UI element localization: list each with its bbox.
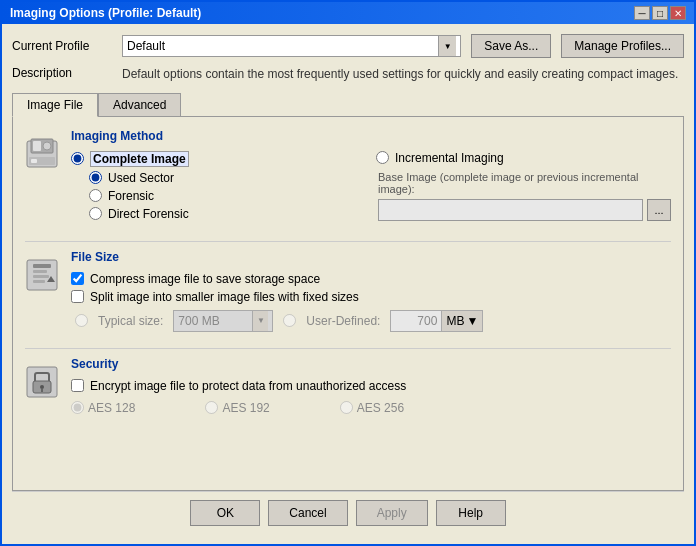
base-image-label: Base Image (complete image or previous i… <box>378 171 671 195</box>
security-layout: Security Encrypt image file to protect d… <box>25 357 671 415</box>
window-body: Current Profile Default ▼ Save As... Man… <box>2 24 694 544</box>
complete-image-label: Complete Image <box>90 151 189 167</box>
typical-size-dropdown: 700 MB ▼ <box>173 310 273 332</box>
imaging-method-section: Imaging Method Complete Image <box>25 129 671 225</box>
base-image-input[interactable] <box>378 199 643 221</box>
svg-rect-8 <box>33 270 47 273</box>
help-button[interactable]: Help <box>436 500 506 526</box>
complete-image-radio[interactable] <box>71 152 84 165</box>
imaging-icon-area <box>25 129 63 225</box>
tab-content-image-file: Imaging Method Complete Image <box>12 116 684 491</box>
svg-rect-5 <box>31 159 37 163</box>
apply-button[interactable]: Apply <box>356 500 428 526</box>
window-title: Imaging Options (Profile: Default) <box>10 6 201 20</box>
manage-profiles-button[interactable]: Manage Profiles... <box>561 34 684 58</box>
compress-icon <box>25 258 59 295</box>
imaging-method-title: Imaging Method <box>71 129 671 143</box>
typical-size-radio <box>75 314 88 327</box>
compress-label: Compress image file to save storage spac… <box>90 272 320 286</box>
user-defined-input-group: MB ▼ <box>390 310 483 332</box>
unit-dropdown: MB ▼ <box>441 311 482 331</box>
used-sector-radio[interactable] <box>89 171 102 184</box>
typical-size-value: 700 MB <box>178 314 219 328</box>
dialog-footer: OK Cancel Apply Help <box>12 491 684 534</box>
imaging-method-layout: Imaging Method Complete Image <box>25 129 671 225</box>
divider-1 <box>25 241 671 242</box>
aes192-radio <box>205 401 218 414</box>
base-image-input-row: ... <box>378 199 671 221</box>
file-size-icon-area <box>25 250 63 332</box>
minimize-button[interactable]: ─ <box>634 6 650 20</box>
unit-value: MB <box>446 314 464 328</box>
file-size-title: File Size <box>71 250 671 264</box>
direct-forensic-radio[interactable] <box>89 207 102 220</box>
imaging-right-col: Incremental Imaging Base Image (complete… <box>366 151 671 225</box>
profile-dropdown[interactable]: Default ▼ <box>122 35 461 57</box>
security-icon <box>25 365 59 402</box>
description-row: Description Default options contain the … <box>12 66 684 83</box>
security-content: Security Encrypt image file to protect d… <box>71 357 671 415</box>
svg-rect-10 <box>33 280 45 283</box>
aes128-option: AES 128 <box>71 401 135 415</box>
close-button[interactable]: ✕ <box>670 6 686 20</box>
used-sector-label: Used Sector <box>108 171 174 185</box>
encryption-type-row: AES 128 AES 192 AES 256 <box>71 401 671 415</box>
aes256-label: AES 256 <box>357 401 404 415</box>
aes192-option: AES 192 <box>145 401 269 415</box>
user-defined-label: User-Defined: <box>306 314 380 328</box>
user-defined-radio <box>283 314 296 327</box>
aes128-label: AES 128 <box>88 401 135 415</box>
security-section: Security Encrypt image file to protect d… <box>25 357 671 415</box>
svg-rect-2 <box>33 141 41 151</box>
svg-rect-7 <box>33 264 51 268</box>
profile-value: Default <box>127 39 165 53</box>
imaging-method-columns: Complete Image Used Sector Forensic <box>71 151 671 225</box>
complete-image-row: Complete Image <box>71 151 366 167</box>
svg-point-15 <box>40 385 44 389</box>
base-image-area: Base Image (complete image or previous i… <box>376 171 671 221</box>
current-profile-label: Current Profile <box>12 39 112 53</box>
typical-size-label: Typical size: <box>98 314 163 328</box>
svg-rect-9 <box>33 275 49 278</box>
ok-button[interactable]: OK <box>190 500 260 526</box>
imaging-options-dialog: Imaging Options (Profile: Default) ─ □ ✕… <box>0 0 696 546</box>
aes128-radio <box>71 401 84 414</box>
encrypt-checkbox[interactable] <box>71 379 84 392</box>
profile-row: Current Profile Default ▼ Save As... Man… <box>12 34 684 58</box>
aes192-label: AES 192 <box>222 401 269 415</box>
security-title: Security <box>71 357 671 371</box>
cancel-button[interactable]: Cancel <box>268 500 347 526</box>
imaging-method-content: Imaging Method Complete Image <box>71 129 671 225</box>
tab-image-file[interactable]: Image File <box>12 93 98 117</box>
title-bar: Imaging Options (Profile: Default) ─ □ ✕ <box>2 2 694 24</box>
description-label: Description <box>12 66 112 83</box>
encrypt-label: Encrypt image file to protect data from … <box>90 379 406 393</box>
browse-button[interactable]: ... <box>647 199 671 221</box>
aes256-radio <box>340 401 353 414</box>
used-sector-row: Used Sector <box>71 171 366 185</box>
forensic-radio[interactable] <box>89 189 102 202</box>
svg-point-3 <box>43 142 51 150</box>
file-size-content: File Size Compress image file to save st… <box>71 250 671 332</box>
save-as-button[interactable]: Save As... <box>471 34 551 58</box>
compress-checkbox[interactable] <box>71 272 84 285</box>
size-options-row: Typical size: 700 MB ▼ User-Defined: <box>71 310 671 332</box>
direct-forensic-label: Direct Forensic <box>108 207 189 221</box>
forensic-label: Forensic <box>108 189 154 203</box>
tabs-container: Image File Advanced <box>12 93 684 491</box>
split-checkbox[interactable] <box>71 290 84 303</box>
security-icon-area <box>25 357 63 415</box>
maximize-button[interactable]: □ <box>652 6 668 20</box>
unit-arrow: ▼ <box>466 314 478 328</box>
titlebar-controls: ─ □ ✕ <box>634 6 686 20</box>
forensic-row: Forensic <box>71 189 366 203</box>
direct-forensic-row: Direct Forensic <box>71 207 366 221</box>
file-size-layout: File Size Compress image file to save st… <box>25 250 671 332</box>
split-label: Split image into smaller image files wit… <box>90 290 359 304</box>
incremental-row: Incremental Imaging <box>376 151 671 165</box>
tab-advanced[interactable]: Advanced <box>98 93 181 116</box>
split-row: Split image into smaller image files wit… <box>71 290 671 304</box>
incremental-radio[interactable] <box>376 151 389 164</box>
aes256-option: AES 256 <box>280 401 404 415</box>
tab-bar: Image File Advanced <box>12 93 684 116</box>
